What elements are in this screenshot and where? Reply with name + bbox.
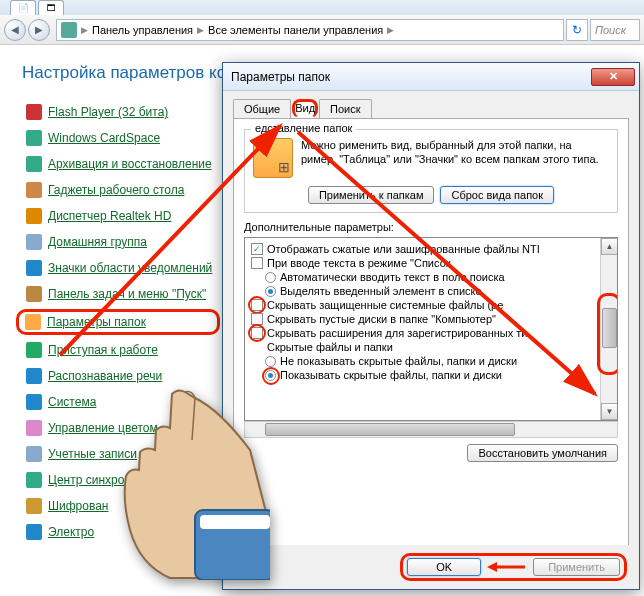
sidebar-item[interactable]: Windows CardSpace <box>22 125 214 151</box>
checkbox[interactable]: ✓ <box>251 243 263 255</box>
radio[interactable] <box>265 272 276 283</box>
sidebar-item-icon <box>26 394 42 410</box>
sidebar-item-label: Гаджеты рабочего стола <box>48 183 184 197</box>
svg-rect-6 <box>200 515 270 529</box>
tab-view[interactable]: Вид <box>292 99 318 118</box>
search-input[interactable]: Поиск <box>590 19 640 41</box>
sidebar-item-icon <box>26 524 42 540</box>
sidebar-item-label: Электро <box>48 525 94 539</box>
reset-folders-button[interactable]: Сброс вида папок <box>440 186 554 204</box>
annotation-highlight <box>248 324 266 342</box>
tree-row[interactable]: Скрывать расширения для зарегистрированн… <box>251 326 617 340</box>
tree-row-label: Скрывать пустые диски в папке "Компьютер… <box>267 313 496 325</box>
sidebar-item-icon <box>26 130 42 146</box>
sidebar-item[interactable]: Приступая к работе <box>22 337 214 363</box>
tab-hint: 📄 <box>10 0 36 15</box>
apply-to-folders-button[interactable]: Применить к папкам <box>308 186 435 204</box>
sidebar-item[interactable]: Значки области уведомлений <box>22 255 214 281</box>
sidebar-item-label: Панель задач и меню "Пуск" <box>48 287 206 301</box>
checkbox[interactable] <box>251 257 263 269</box>
annotation-arrow <box>487 560 527 574</box>
breadcrumb-bar: ◀ ▶ ▶ Панель управления ▶ Все элементы п… <box>0 15 644 45</box>
tree-row-label: Показывать скрытые файлы, папки и диски <box>280 369 502 381</box>
radio[interactable] <box>265 370 276 381</box>
sidebar-item-icon <box>26 342 42 358</box>
sidebar-item[interactable]: Диспетчер Realtek HD <box>22 203 214 229</box>
folder-view-group: едставление папок Можно рименить вид, вы… <box>244 129 618 213</box>
sidebar-item-icon <box>26 420 42 436</box>
tree-row[interactable]: Скрывать защищенные системные файлы (ре <box>251 298 617 312</box>
sidebar-item-icon <box>26 286 42 302</box>
tree-row[interactable]: Скрывать пустые диски в папке "Компьютер… <box>251 312 617 326</box>
scroll-down-icon[interactable]: ▼ <box>601 403 618 420</box>
tree-row[interactable]: ✓Отображать сжатые или зашифрованные фай… <box>251 242 617 256</box>
sidebar-item-icon <box>26 498 42 514</box>
apply-button[interactable]: Применить <box>533 558 620 576</box>
tab-hint: 🗔 <box>38 0 64 15</box>
sidebar-item-icon <box>26 156 42 172</box>
sidebar-item[interactable]: Архивация и восстановление <box>22 151 214 177</box>
sidebar-item[interactable]: Flash Player (32 бита) <box>22 99 214 125</box>
breadcrumb-path[interactable]: ▶ Панель управления ▶ Все элементы панел… <box>56 19 564 41</box>
checkbox[interactable] <box>251 299 263 311</box>
scroll-up-icon[interactable]: ▲ <box>601 238 618 255</box>
folder-icon <box>253 138 293 178</box>
tab-panel-view: едставление папок Можно рименить вид, вы… <box>233 118 629 562</box>
sidebar-item-label: Домашняя группа <box>48 235 147 249</box>
dialog-footer: OK Применить <box>223 545 639 589</box>
close-button[interactable]: ✕ <box>591 68 635 86</box>
tree-row-label: Выделять введенный элемент в списке <box>280 285 482 297</box>
forward-button[interactable]: ▶ <box>28 19 50 41</box>
group-description: Можно рименить вид, выбранный для этой п… <box>301 138 609 167</box>
sidebar-item-icon <box>26 182 42 198</box>
sidebar-item-label: Диспетчер Realtek HD <box>48 209 171 223</box>
sidebar-item-label: Система <box>48 395 96 409</box>
tree-row[interactable]: При вводе текста в режиме "Список <box>251 256 617 270</box>
sidebar-item[interactable]: Параметры папок <box>16 309 220 335</box>
refresh-button[interactable]: ↻ <box>566 19 588 41</box>
horizontal-scrollbar[interactable] <box>244 421 618 438</box>
tree-row[interactable]: Не показывать скрытые файлы, папки и дис… <box>251 354 617 368</box>
dialog-tabs: Общие Вид Поиск <box>233 99 629 119</box>
tab-general[interactable]: Общие <box>233 99 291 118</box>
back-button[interactable]: ◀ <box>4 19 26 41</box>
sidebar-item-icon <box>25 314 41 330</box>
tree-row[interactable]: Скрытые файлы и папки <box>251 340 617 354</box>
annotation-highlight: OK Применить <box>400 553 627 581</box>
tree-row-label: Автоматически вводить текст в поле поиск… <box>280 271 505 283</box>
folder-options-dialog: Параметры папок ✕ Общие Вид Поиск едстав… <box>222 62 640 590</box>
advanced-settings-tree[interactable]: ✓Отображать сжатые или зашифрованные фай… <box>244 237 618 421</box>
chevron-right-icon: ▶ <box>197 25 204 35</box>
sidebar-item-icon <box>26 368 42 384</box>
scrollbar-thumb[interactable] <box>265 423 515 436</box>
tree-row[interactable]: Показывать скрытые файлы, папки и диски <box>251 368 617 382</box>
annotation-hand-pointer <box>100 380 270 580</box>
breadcrumb-part[interactable]: Панель управления <box>92 24 193 36</box>
tree-row-label: Скрывать расширения для зарегистрированн… <box>267 327 527 339</box>
restore-defaults-button[interactable]: Восстановить умолчания <box>467 444 618 462</box>
window-tabs: 📄 🗔 <box>0 0 644 15</box>
sidebar-item[interactable]: Панель задач и меню "Пуск" <box>22 281 214 307</box>
tree-row-label: При вводе текста в режиме "Список <box>267 257 451 269</box>
tree-row[interactable]: Выделять введенный элемент в списке <box>251 284 617 298</box>
chevron-right-icon: ▶ <box>81 25 88 35</box>
sidebar-item-icon <box>26 234 42 250</box>
checkbox[interactable] <box>251 327 263 339</box>
control-panel-icon <box>61 22 77 38</box>
sidebar-item-icon <box>26 260 42 276</box>
dialog-titlebar[interactable]: Параметры папок ✕ <box>223 63 639 91</box>
tree-row[interactable]: Автоматически вводить текст в поле поиск… <box>251 270 617 284</box>
sidebar-item[interactable]: Домашняя группа <box>22 229 214 255</box>
radio[interactable] <box>265 286 276 297</box>
tab-search[interactable]: Поиск <box>319 99 371 118</box>
breadcrumb-part[interactable]: Все элементы панели управления <box>208 24 383 36</box>
svg-marker-1 <box>487 562 497 572</box>
sidebar-item-icon <box>26 446 42 462</box>
sidebar-item-label: Flash Player (32 бита) <box>48 105 168 119</box>
sidebar-item-label: Архивация и восстановление <box>48 157 212 171</box>
ok-button[interactable]: OK <box>407 558 481 576</box>
sidebar-item[interactable]: Гаджеты рабочего стола <box>22 177 214 203</box>
annotation-highlight <box>597 293 618 375</box>
radio[interactable] <box>265 356 276 367</box>
sidebar-item-icon <box>26 472 42 488</box>
